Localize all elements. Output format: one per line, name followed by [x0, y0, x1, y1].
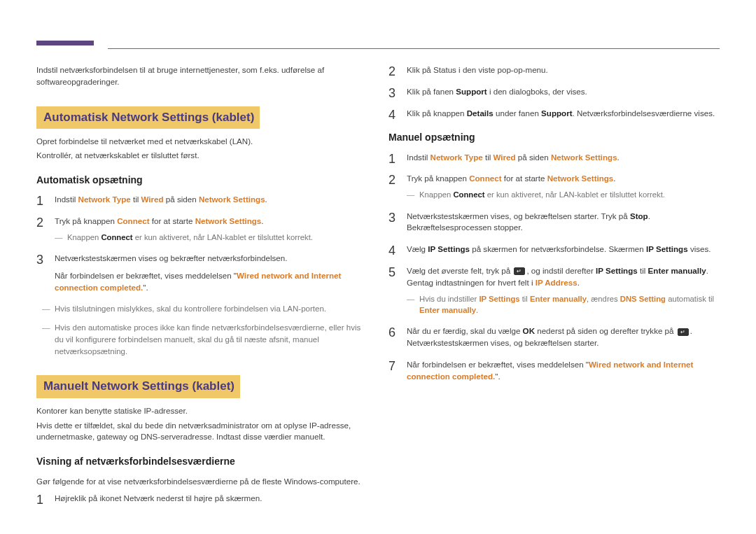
- note: Knappen Connect er kun aktiveret, når LA…: [55, 232, 368, 243]
- list-item: Når du er færdig, skal du vælge OK neder…: [388, 325, 720, 349]
- list-item: Netværkstestskærmen vises, og bekræftels…: [388, 211, 720, 234]
- list-item: Indstil Network Type til Wired på siden …: [388, 152, 720, 164]
- manual-desc-1: Kontorer kan benytte statiske IP-adresse…: [36, 405, 368, 417]
- auto-steps: Indstil Network Type til Wired på siden …: [36, 194, 368, 293]
- auto-desc-1: Opret forbindelse til netværket med et n…: [36, 136, 368, 148]
- list-item: Vælg det øverste felt, tryk på , og inds…: [388, 265, 720, 316]
- manual-setup-subtitle: Manuel opsætning: [388, 130, 720, 144]
- manual-setup-steps: Indstil Network Type til Wired på siden …: [388, 152, 720, 383]
- view-values-subtitle: Visning af netværksforbindelsesværdierne: [36, 454, 368, 468]
- list-item: Klik på knappen Details under fanen Supp…: [388, 108, 720, 120]
- view-values-steps: Højreklik på ikonet Netværk nederst til …: [36, 493, 368, 505]
- enter-icon: [678, 328, 689, 336]
- list-item: Når forbindelsen er bekræftet, vises med…: [388, 359, 720, 383]
- list-item: Netværkstestskærmen vises og bekræfter n…: [36, 253, 368, 293]
- left-column: Indstil netværksforbindelsen til at brug…: [36, 42, 368, 514]
- auto-subtitle: Automatisk opsætning: [36, 173, 368, 187]
- section-manual-title: Manuelt Network Settings (kablet): [36, 375, 240, 398]
- note: Hvis du indstiller IP Settings til Enter…: [407, 293, 720, 316]
- section-auto-title: Automatisk Network Settings (kablet): [36, 106, 260, 129]
- manual-desc-2: Hvis dette er tilfældet, skal du bede di…: [36, 420, 368, 444]
- view-values-steps-cont: Klik på Status i den viste pop-op-menu. …: [388, 64, 720, 119]
- page-header-rule: [36, 41, 720, 49]
- auto-desc-2: Kontrollér, at netværkskablet er tilslut…: [36, 150, 368, 162]
- accent-bar: [36, 41, 94, 45]
- intro-text: Indstil netværksforbindelsen til at brug…: [36, 64, 368, 88]
- view-values-intro: Gør følgende for at vise netværksforbind…: [36, 476, 368, 488]
- list-item: Højreklik på ikonet Netværk nederst til …: [36, 493, 368, 505]
- note: Knappen Connect er kun aktiveret, når LA…: [407, 189, 720, 200]
- list-item: Tryk på knappen Connect for at starte Ne…: [388, 173, 720, 200]
- list-item: Tryk på knappen Connect for at starte Ne…: [36, 216, 368, 243]
- right-column: Klik på Status i den viste pop-op-menu. …: [388, 42, 720, 514]
- list-item: Indstil Network Type til Wired på siden …: [36, 194, 368, 206]
- enter-icon: [514, 267, 525, 275]
- list-item: Vælg IP Settings på skærmen for netværks…: [388, 244, 720, 255]
- after-note-1: Hvis tilslutningen mislykkes, skal du ko…: [36, 303, 368, 315]
- list-item: Klik på fanen Support i den dialogboks, …: [388, 86, 720, 98]
- after-note-2: Hvis den automatiske proces ikke kan fin…: [36, 322, 368, 357]
- list-item: Klik på Status i den viste pop-op-menu.: [388, 64, 720, 76]
